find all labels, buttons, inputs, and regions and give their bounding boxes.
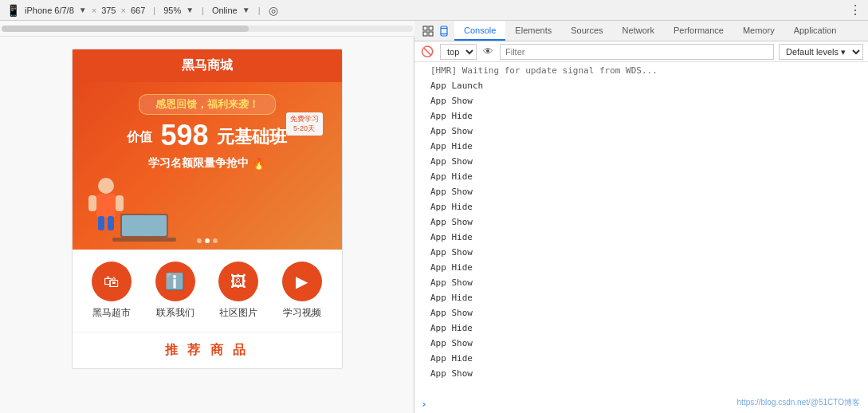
svg-rect-10 xyxy=(429,26,433,30)
console-line: App Show xyxy=(414,336,868,352)
prompt-cursor[interactable] xyxy=(430,399,434,410)
category-item-2[interactable]: 🖼 社区图片 xyxy=(218,262,258,320)
banner-cta: 学习名额限量争抢中 🔥 xyxy=(148,156,265,171)
more-options-icon[interactable]: ⋮ xyxy=(849,2,862,18)
console-line: App Hide xyxy=(414,140,868,155)
svg-rect-9 xyxy=(423,26,427,30)
category-item-3[interactable]: ▶ 学习视频 xyxy=(282,262,322,320)
inspect-element-btn[interactable] xyxy=(421,24,435,38)
category-item-1[interactable]: ℹ️ 联系我们 xyxy=(155,262,195,320)
cta-text: 学习名额限量争抢中 xyxy=(148,156,249,171)
category-icon-1: ℹ️ xyxy=(155,262,195,301)
tab-network[interactable]: Network xyxy=(613,21,664,41)
console-line: App Hide xyxy=(414,170,868,185)
banner-subtitle: 感恩回馈，福利来袭！ xyxy=(139,94,276,115)
zoom-value: 95% xyxy=(163,6,181,15)
section-title: 推 荐 商 品 xyxy=(73,332,342,368)
category-icon-3: ▶ xyxy=(282,262,322,301)
svg-rect-2 xyxy=(88,195,96,211)
svg-rect-7 xyxy=(122,215,167,236)
network-chevron[interactable]: ▼ xyxy=(242,6,250,14)
category-icon-0: 🛍 xyxy=(92,262,132,301)
console-line: App Hide xyxy=(414,352,868,367)
zoom-chevron[interactable]: ▼ xyxy=(186,6,194,14)
console-line: App Show xyxy=(414,276,868,291)
console-line: App Show xyxy=(414,306,868,321)
console-line: App Show xyxy=(414,124,868,140)
console-line: App Show xyxy=(414,94,868,109)
tab-sources[interactable]: Sources xyxy=(561,21,612,41)
dot-1 xyxy=(197,238,202,243)
levels-selector[interactable]: Default levels ▾ xyxy=(779,44,863,60)
price-number: 598 xyxy=(160,119,208,151)
console-line: [HMR] Waiting for update signal from WDS… xyxy=(414,64,868,79)
svg-rect-12 xyxy=(429,32,433,36)
height-value: 667 xyxy=(131,6,145,15)
prompt-arrow-icon: › xyxy=(421,398,427,410)
console-line: App Show xyxy=(414,246,868,261)
console-line: App Hide xyxy=(414,109,868,124)
filter-input[interactable] xyxy=(500,44,774,60)
category-item-0[interactable]: 🛍 黑马超市 xyxy=(92,262,132,320)
network-value: Online xyxy=(212,6,238,15)
console-line: App Show xyxy=(414,215,868,230)
phone-simulator-area: 黑马商城 感恩回馈，福利来袭！ 价值 598 元基础班 免费学习 5-20天 xyxy=(0,21,414,413)
banner-dots xyxy=(197,238,218,243)
category-label-0: 黑马超市 xyxy=(92,306,131,320)
tab-elements[interactable]: Elements xyxy=(505,21,561,41)
separator: × xyxy=(92,6,96,15)
device-name: iPhone 6/7/8 xyxy=(25,6,74,15)
console-line: App Hide xyxy=(414,200,868,215)
tab-performance[interactable]: Performance xyxy=(664,21,733,41)
category-label-3: 学习视频 xyxy=(283,306,321,320)
laptop-figure xyxy=(112,210,176,242)
console-line: App Launch xyxy=(414,79,868,94)
separator4: | xyxy=(202,6,204,15)
chevron-down-icon[interactable]: ▼ xyxy=(79,6,87,14)
badge-line2: 5-20天 xyxy=(290,124,319,134)
console-toolbar: 🚫 top 👁 Default levels ▾ xyxy=(414,41,868,62)
phone-frame: 黑马商城 感恩回馈，福利来袭！ 价值 598 元基础班 免费学习 5-20天 xyxy=(72,49,343,369)
console-line: App Hide xyxy=(414,321,868,336)
screenshot-icon[interactable]: ◎ xyxy=(269,4,278,17)
tab-memory[interactable]: Memory xyxy=(733,21,784,41)
console-output: [HMR] Waiting for update signal from WDS… xyxy=(414,62,868,395)
category-label-1: 联系我们 xyxy=(156,306,194,320)
svg-rect-8 xyxy=(112,238,176,242)
category-row: 🛍 黑马超市 ℹ️ 联系我们 🖼 社区图片 ▶ 学习视频 xyxy=(73,250,342,332)
dot-3 xyxy=(213,238,218,243)
devtools-tab-bar: Console Elements Sources Network Perform… xyxy=(414,21,868,41)
clear-console-btn[interactable]: 🚫 xyxy=(419,44,435,59)
context-selector[interactable]: top xyxy=(440,44,477,60)
dot-2 xyxy=(205,238,210,243)
svg-rect-4 xyxy=(98,216,104,230)
badge-line1: 免费学习 xyxy=(290,115,319,124)
console-line: App Show xyxy=(414,185,868,200)
svg-rect-11 xyxy=(423,32,427,36)
console-line: App Hide xyxy=(414,230,868,246)
banner-price: 价值 598 元基础班 xyxy=(127,121,286,150)
tab-application[interactable]: Application xyxy=(784,21,846,41)
tab-console[interactable]: Console xyxy=(454,21,505,41)
banner: 感恩回馈，福利来袭！ 价值 598 元基础班 免费学习 5-20天 xyxy=(73,82,342,250)
devtools-icon-group xyxy=(418,21,454,41)
main-area: 黑马商城 感恩回馈，福利来袭！ 价值 598 元基础班 免费学习 5-20天 xyxy=(0,21,868,413)
console-line: App Show xyxy=(414,155,868,170)
category-icon-2: 🖼 xyxy=(218,262,258,301)
device-mode-btn[interactable] xyxy=(437,24,451,38)
banner-badge: 免费学习 5-20天 xyxy=(286,112,323,136)
devtools-panel: Console Elements Sources Network Perform… xyxy=(414,21,868,413)
device-toggle-icon[interactable]: 📱 xyxy=(6,4,20,17)
watermark: https://blog.csdn.net/@51CTO博客 xyxy=(737,397,860,408)
price-unit: 元基础班 xyxy=(217,127,287,147)
separator3: | xyxy=(153,6,155,15)
console-line: App Show xyxy=(414,367,868,382)
console-line: App Hide xyxy=(414,261,868,276)
app-header: 黑马商城 xyxy=(73,49,342,82)
width-value: 375 xyxy=(101,6,116,15)
eye-btn[interactable]: 👁 xyxy=(481,44,495,59)
separator2: × xyxy=(120,6,125,15)
separator5: | xyxy=(258,6,261,15)
svg-point-0 xyxy=(98,178,114,194)
fire-icon: 🔥 xyxy=(252,157,265,170)
